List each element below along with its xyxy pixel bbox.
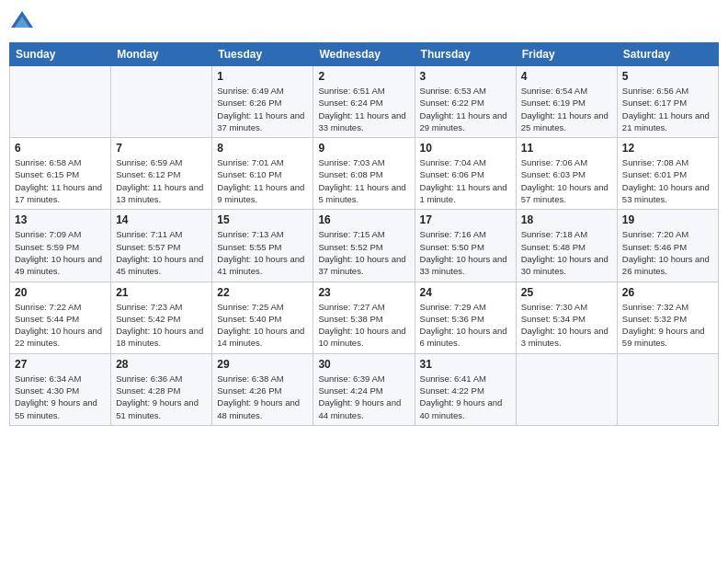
day-header-tuesday: Tuesday <box>212 43 313 66</box>
calendar-cell: 9Sunrise: 7:03 AM Sunset: 6:08 PM Daylig… <box>313 138 415 210</box>
day-info: Sunrise: 6:56 AM Sunset: 6:17 PM Dayligh… <box>622 85 713 133</box>
day-header-wednesday: Wednesday <box>313 43 415 66</box>
calendar-week-2: 6Sunrise: 6:58 AM Sunset: 6:15 PM Daylig… <box>10 138 719 210</box>
calendar-cell: 31Sunrise: 6:41 AM Sunset: 4:22 PM Dayli… <box>415 353 516 425</box>
day-info: Sunrise: 6:51 AM Sunset: 6:24 PM Dayligh… <box>318 85 409 133</box>
day-number: 9 <box>318 142 409 155</box>
day-number: 19 <box>622 213 713 226</box>
calendar-cell: 20Sunrise: 7:22 AM Sunset: 5:44 PM Dayli… <box>10 282 111 353</box>
day-info: Sunrise: 7:15 AM Sunset: 5:52 PM Dayligh… <box>318 228 409 277</box>
calendar-week-5: 27Sunrise: 6:34 AM Sunset: 4:30 PM Dayli… <box>10 353 719 425</box>
calendar-cell: 10Sunrise: 7:04 AM Sunset: 6:06 PM Dayli… <box>415 138 516 210</box>
logo <box>9 9 39 35</box>
day-info: Sunrise: 7:30 AM Sunset: 5:34 PM Dayligh… <box>521 301 612 350</box>
day-number: 16 <box>318 213 409 226</box>
day-number: 17 <box>420 213 511 226</box>
calendar-cell: 30Sunrise: 6:39 AM Sunset: 4:24 PM Dayli… <box>313 353 415 425</box>
calendar-cell: 22Sunrise: 7:25 AM Sunset: 5:40 PM Dayli… <box>212 282 313 353</box>
day-number: 31 <box>420 358 511 371</box>
day-info: Sunrise: 7:08 AM Sunset: 6:01 PM Dayligh… <box>622 156 713 205</box>
day-number: 23 <box>318 286 409 299</box>
calendar-cell: 18Sunrise: 7:18 AM Sunset: 5:48 PM Dayli… <box>516 210 617 282</box>
day-info: Sunrise: 6:34 AM Sunset: 4:30 PM Dayligh… <box>15 373 106 421</box>
day-info: Sunrise: 6:36 AM Sunset: 4:28 PM Dayligh… <box>116 373 207 421</box>
day-number: 7 <box>116 142 207 155</box>
day-info: Sunrise: 7:06 AM Sunset: 6:03 PM Dayligh… <box>521 156 612 205</box>
day-number: 18 <box>521 213 612 226</box>
day-header-saturday: Saturday <box>617 43 718 66</box>
day-info: Sunrise: 7:01 AM Sunset: 6:10 PM Dayligh… <box>217 156 308 205</box>
day-info: Sunrise: 7:32 AM Sunset: 5:32 PM Dayligh… <box>622 301 713 350</box>
calendar-cell: 29Sunrise: 6:38 AM Sunset: 4:26 PM Dayli… <box>212 353 313 425</box>
day-number: 28 <box>116 358 207 371</box>
calendar-cell: 17Sunrise: 7:16 AM Sunset: 5:50 PM Dayli… <box>415 210 516 282</box>
day-number: 3 <box>420 70 511 83</box>
calendar-cell: 19Sunrise: 7:20 AM Sunset: 5:46 PM Dayli… <box>617 210 718 282</box>
day-number: 2 <box>318 70 409 83</box>
day-info: Sunrise: 6:58 AM Sunset: 6:15 PM Dayligh… <box>15 156 106 205</box>
day-header-monday: Monday <box>111 43 212 66</box>
calendar-cell: 5Sunrise: 6:56 AM Sunset: 6:17 PM Daylig… <box>617 66 718 138</box>
calendar-cell: 21Sunrise: 7:23 AM Sunset: 5:42 PM Dayli… <box>111 282 212 353</box>
calendar-cell: 4Sunrise: 6:54 AM Sunset: 6:19 PM Daylig… <box>516 66 617 138</box>
day-info: Sunrise: 7:13 AM Sunset: 5:55 PM Dayligh… <box>217 228 308 277</box>
calendar-cell: 24Sunrise: 7:29 AM Sunset: 5:36 PM Dayli… <box>415 282 516 353</box>
day-number: 11 <box>521 142 612 155</box>
day-info: Sunrise: 7:11 AM Sunset: 5:57 PM Dayligh… <box>116 228 207 277</box>
day-info: Sunrise: 7:23 AM Sunset: 5:42 PM Dayligh… <box>116 301 207 350</box>
calendar-week-1: 1Sunrise: 6:49 AM Sunset: 6:26 PM Daylig… <box>10 66 719 138</box>
day-info: Sunrise: 7:04 AM Sunset: 6:06 PM Dayligh… <box>420 156 511 205</box>
calendar-cell: 2Sunrise: 6:51 AM Sunset: 6:24 PM Daylig… <box>313 66 415 138</box>
calendar-cell: 6Sunrise: 6:58 AM Sunset: 6:15 PM Daylig… <box>10 138 111 210</box>
day-number: 20 <box>15 286 106 299</box>
day-info: Sunrise: 7:18 AM Sunset: 5:48 PM Dayligh… <box>521 228 612 277</box>
calendar-cell: 28Sunrise: 6:36 AM Sunset: 4:28 PM Dayli… <box>111 353 212 425</box>
calendar-cell: 3Sunrise: 6:53 AM Sunset: 6:22 PM Daylig… <box>415 66 516 138</box>
calendar-cell: 7Sunrise: 6:59 AM Sunset: 6:12 PM Daylig… <box>111 138 212 210</box>
calendar-table: SundayMondayTuesdayWednesdayThursdayFrid… <box>9 42 719 426</box>
day-number: 15 <box>217 213 308 226</box>
day-info: Sunrise: 6:49 AM Sunset: 6:26 PM Dayligh… <box>217 85 308 133</box>
day-info: Sunrise: 6:38 AM Sunset: 4:26 PM Dayligh… <box>217 373 308 421</box>
day-number: 24 <box>420 286 511 299</box>
day-info: Sunrise: 6:53 AM Sunset: 6:22 PM Dayligh… <box>420 85 511 133</box>
calendar-cell <box>111 66 212 138</box>
calendar-cell: 16Sunrise: 7:15 AM Sunset: 5:52 PM Dayli… <box>313 210 415 282</box>
day-header-sunday: Sunday <box>10 43 111 66</box>
day-number: 13 <box>15 213 106 226</box>
calendar-cell: 13Sunrise: 7:09 AM Sunset: 5:59 PM Dayli… <box>10 210 111 282</box>
day-info: Sunrise: 6:41 AM Sunset: 4:22 PM Dayligh… <box>420 373 511 421</box>
day-info: Sunrise: 6:54 AM Sunset: 6:19 PM Dayligh… <box>521 85 612 133</box>
calendar-cell: 25Sunrise: 7:30 AM Sunset: 5:34 PM Dayli… <box>516 282 617 353</box>
day-number: 22 <box>217 286 308 299</box>
calendar-cell: 1Sunrise: 6:49 AM Sunset: 6:26 PM Daylig… <box>212 66 313 138</box>
day-number: 8 <box>217 142 308 155</box>
calendar-cell: 11Sunrise: 7:06 AM Sunset: 6:03 PM Dayli… <box>516 138 617 210</box>
calendar-week-3: 13Sunrise: 7:09 AM Sunset: 5:59 PM Dayli… <box>10 210 719 282</box>
day-number: 27 <box>15 358 106 371</box>
day-header-thursday: Thursday <box>415 43 516 66</box>
calendar-header: SundayMondayTuesdayWednesdayThursdayFrid… <box>10 43 719 66</box>
day-number: 29 <box>217 358 308 371</box>
logo-icon <box>9 9 35 35</box>
day-info: Sunrise: 7:25 AM Sunset: 5:40 PM Dayligh… <box>217 301 308 350</box>
day-number: 25 <box>521 286 612 299</box>
calendar-week-4: 20Sunrise: 7:22 AM Sunset: 5:44 PM Dayli… <box>10 282 719 353</box>
day-number: 30 <box>318 358 409 371</box>
day-number: 5 <box>622 70 713 83</box>
day-info: Sunrise: 7:29 AM Sunset: 5:36 PM Dayligh… <box>420 301 511 350</box>
calendar-cell: 15Sunrise: 7:13 AM Sunset: 5:55 PM Dayli… <box>212 210 313 282</box>
calendar-cell: 27Sunrise: 6:34 AM Sunset: 4:30 PM Dayli… <box>10 353 111 425</box>
day-info: Sunrise: 7:16 AM Sunset: 5:50 PM Dayligh… <box>420 228 511 277</box>
day-number: 4 <box>521 70 612 83</box>
day-header-friday: Friday <box>516 43 617 66</box>
day-info: Sunrise: 7:20 AM Sunset: 5:46 PM Dayligh… <box>622 228 713 277</box>
day-number: 6 <box>15 142 106 155</box>
day-number: 12 <box>622 142 713 155</box>
day-number: 14 <box>116 213 207 226</box>
day-number: 26 <box>622 286 713 299</box>
day-info: Sunrise: 7:27 AM Sunset: 5:38 PM Dayligh… <box>318 301 409 350</box>
calendar-cell <box>10 66 111 138</box>
calendar-cell: 14Sunrise: 7:11 AM Sunset: 5:57 PM Dayli… <box>111 210 212 282</box>
calendar-cell: 12Sunrise: 7:08 AM Sunset: 6:01 PM Dayli… <box>617 138 718 210</box>
